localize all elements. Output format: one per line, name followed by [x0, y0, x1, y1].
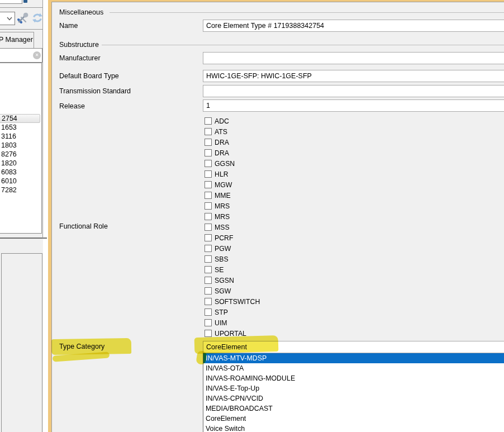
checkbox-icon[interactable]	[205, 181, 212, 188]
functional-role-option[interactable]: UIM	[205, 317, 260, 328]
tab-label: P Manager	[0, 36, 33, 44]
search-input[interactable]	[0, 50, 30, 61]
functional-role-option[interactable]: SOFTSWITCH	[205, 296, 260, 307]
checkbox-icon[interactable]	[205, 277, 212, 284]
functional-role-option[interactable]: PCRF	[205, 232, 260, 243]
list-item[interactable]: 2754	[0, 114, 40, 123]
release-field[interactable]	[203, 99, 504, 112]
type-category-option[interactable]: IN/VAS-MTV-MDSP	[203, 353, 504, 363]
functional-role-option[interactable]: STP	[205, 307, 260, 317]
checkbox-icon[interactable]	[205, 117, 212, 125]
checkbox-icon[interactable]	[205, 170, 212, 178]
type-category-option[interactable]: IN/VAS-OTA	[203, 363, 504, 373]
functional-role-option[interactable]: SGW	[205, 286, 260, 296]
checkbox-icon[interactable]	[205, 319, 212, 326]
name-field[interactable]	[203, 20, 504, 32]
checkbox-icon[interactable]	[205, 298, 212, 305]
checkbox-icon[interactable]	[205, 139, 212, 146]
checkbox-label: GGSN	[215, 160, 235, 168]
functional-role-option[interactable]: MGW	[205, 179, 260, 190]
functional-role-option[interactable]: SGSN	[205, 275, 260, 286]
functional-role-option[interactable]: GGSN	[205, 158, 260, 169]
functional-role-option[interactable]: MME	[205, 190, 260, 201]
element-list[interactable]: 275416533116180382761820608360107282	[0, 63, 42, 234]
functional-role-option[interactable]: HLR	[205, 169, 260, 179]
group-label-substructure: Substructure	[59, 41, 99, 49]
list-item[interactable]: 6010	[0, 177, 41, 186]
list-item[interactable]: 1803	[0, 141, 41, 150]
type-category-option[interactable]: IN/VAS-CPN/VCID	[203, 393, 504, 403]
functional-role-option[interactable]: ADC	[205, 116, 260, 126]
partial-textbox[interactable]	[0, 0, 22, 4]
default-board-type-label: Default Board Type	[59, 72, 119, 80]
checkbox-icon[interactable]	[205, 160, 212, 167]
default-board-type-field[interactable]	[203, 70, 504, 82]
list-item[interactable]: 3116	[0, 132, 41, 141]
type-category-option[interactable]: MEDIA/BROADCAST	[203, 403, 504, 414]
checkbox-icon[interactable]	[205, 128, 212, 135]
type-category-option[interactable]: Voice Switch	[203, 424, 504, 432]
checkbox-icon[interactable]	[205, 255, 212, 263]
checkbox-icon[interactable]	[205, 308, 212, 316]
checkbox-label: SBS	[215, 255, 229, 263]
list-item[interactable]: 8276	[0, 150, 41, 159]
checkbox-label: HLR	[215, 170, 229, 178]
functional-role-option[interactable]: MRS	[205, 211, 260, 222]
tools-button[interactable]	[16, 12, 29, 25]
checkbox-icon[interactable]	[205, 224, 212, 231]
checkbox-label: DRA	[215, 149, 229, 157]
functional-role-option[interactable]: DRA	[205, 137, 260, 148]
checkbox-icon[interactable]	[205, 202, 212, 210]
list-item[interactable]: 6083	[0, 168, 41, 177]
clear-icon[interactable]: ✕	[33, 51, 41, 59]
functional-role-option[interactable]: ATS	[205, 126, 260, 137]
transmission-standard-label: Transmission Standard	[59, 87, 131, 95]
group-line	[102, 45, 504, 45]
functional-role-option[interactable]: MSS	[205, 222, 260, 232]
type-category-option[interactable]: IN/VAS-E-Top-Up	[203, 383, 504, 393]
functional-role-option[interactable]: MRS	[205, 201, 260, 211]
list-item[interactable]: 1653	[0, 123, 41, 132]
filter-combobox[interactable]	[0, 12, 15, 25]
checkbox-icon[interactable]	[205, 192, 212, 199]
functional-role-option[interactable]: SE	[205, 264, 260, 275]
functional-role-option[interactable]: SBS	[205, 254, 260, 264]
functional-role-option[interactable]: UPORTAL	[205, 328, 260, 339]
partial-icon	[23, 0, 27, 3]
list-item[interactable]: 1820	[0, 159, 41, 168]
tools-icon	[16, 12, 28, 25]
checkbox-label: MME	[215, 192, 231, 200]
type-category-field[interactable]	[203, 341, 504, 353]
checkbox-icon[interactable]	[205, 287, 212, 295]
checkbox-icon[interactable]	[205, 266, 212, 273]
group-line	[110, 12, 504, 13]
checkbox-icon[interactable]	[205, 245, 212, 252]
type-category-option-list: IN/VAS-MTV-MDSPIN/VAS-OTAIN/VAS-ROAMING-…	[203, 353, 504, 432]
manufacturer-label: Manufacturer	[59, 54, 101, 62]
transmission-standard-field[interactable]	[203, 85, 504, 97]
functional-role-label: Functional Role	[59, 222, 108, 230]
checkbox-label: MGW	[215, 181, 232, 189]
functional-role-option[interactable]: PGW	[205, 243, 260, 254]
checkbox-icon[interactable]	[205, 330, 212, 337]
checkbox-label: ADC	[215, 117, 229, 125]
checkbox-label: UPORTAL	[215, 330, 246, 338]
type-category-option[interactable]: CoreElement	[203, 414, 504, 424]
checkbox-icon[interactable]	[205, 213, 212, 220]
checkbox-label: STP	[215, 308, 228, 316]
list-item[interactable]: 7282	[0, 186, 41, 194]
checkbox-label: PGW	[215, 245, 231, 253]
manufacturer-field[interactable]	[203, 52, 504, 64]
divider	[0, 7, 43, 8]
divider	[0, 238, 47, 239]
checkbox-icon[interactable]	[205, 234, 212, 241]
checkbox-label: MRS	[215, 213, 230, 221]
search-box[interactable]: ✕	[0, 48, 42, 63]
divider	[0, 29, 43, 30]
type-category-label: Type Category	[59, 343, 104, 350]
tab-p-manager[interactable]: P Manager	[0, 32, 34, 48]
group-label-miscellaneous: Miscellaneous	[59, 8, 103, 16]
type-category-option[interactable]: IN/VAS-ROAMING-MODULE	[203, 373, 504, 383]
functional-role-option[interactable]: DRA	[205, 148, 260, 158]
checkbox-icon[interactable]	[205, 149, 212, 156]
